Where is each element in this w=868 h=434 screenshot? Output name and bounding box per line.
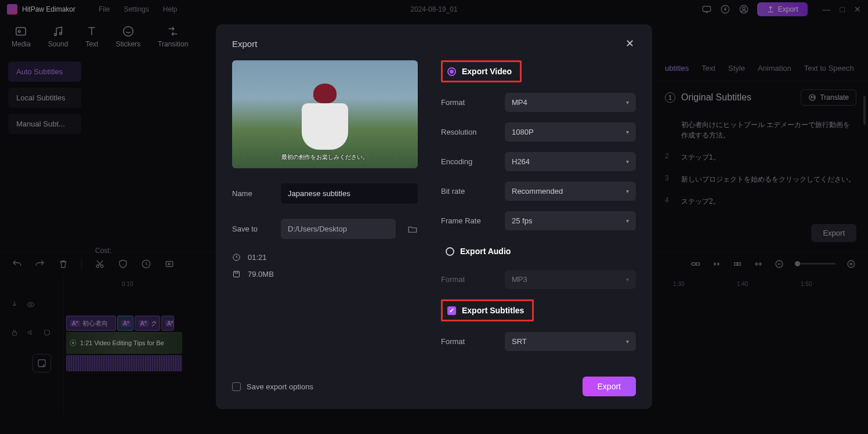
export-modal: Export ✕ 最初の創作をお楽しみください。 Name Save to — [216, 24, 652, 409]
preview-thumbnail: 最初の創作をお楽しみください。 — [232, 60, 418, 168]
audio-format-select: MP3▾ — [505, 270, 636, 289]
duration-value: 01:21 — [248, 253, 267, 262]
name-label: Name — [232, 189, 269, 198]
sub-format-select[interactable]: SRT▾ — [505, 332, 636, 351]
chevron-down-icon: ▾ — [626, 218, 629, 224]
chevron-down-icon: ▾ — [626, 188, 629, 194]
chevron-down-icon: ▾ — [626, 129, 629, 135]
modal-title: Export — [232, 39, 257, 49]
size-value: 79.0MB — [248, 270, 274, 279]
saveto-label: Save to — [232, 225, 269, 233]
chevron-down-icon: ▾ — [626, 99, 629, 106]
framerate-select[interactable]: 25 fps▾ — [505, 211, 636, 230]
export-audio-section[interactable]: Export Audio — [441, 243, 636, 259]
save-options-label: Save export options — [247, 382, 313, 391]
size-row: 79.0MB — [232, 270, 418, 279]
radio-checked-icon — [447, 67, 456, 76]
export-subtitles-section[interactable]: ✓ Export Subtitles — [441, 299, 534, 321]
format-label: Format — [441, 98, 493, 107]
export-subtitles-label: Export Subtitles — [462, 306, 524, 315]
checkbox-unchecked-icon — [232, 382, 241, 391]
audio-format-label: Format — [441, 275, 493, 284]
chevron-down-icon: ▾ — [626, 338, 629, 345]
folder-icon[interactable] — [407, 224, 418, 234]
duration-row: 01:21 — [232, 253, 418, 262]
bitrate-label: Bit rate — [441, 187, 493, 196]
saveto-input[interactable] — [281, 219, 396, 239]
name-input[interactable] — [281, 183, 418, 204]
resolution-select[interactable]: 1080P▾ — [505, 122, 636, 142]
resolution-label: Resolution — [441, 128, 493, 136]
modal-overlay: Export ✕ 最初の創作をお楽しみください。 Name Save to — [0, 0, 868, 434]
svg-rect-28 — [234, 272, 240, 277]
chevron-down-icon: ▾ — [626, 276, 629, 283]
modal-export-button[interactable]: Export — [583, 377, 636, 396]
radio-unchecked-icon — [446, 247, 454, 256]
encoding-label: Encoding — [441, 157, 493, 166]
disk-icon — [232, 270, 241, 279]
preview-caption: 最初の創作をお楽しみください。 — [281, 153, 368, 161]
sub-format-label: Format — [441, 337, 493, 346]
checkbox-checked-icon: ✓ — [447, 306, 456, 315]
export-audio-label: Export Audio — [460, 247, 511, 256]
export-video-label: Export Video — [462, 67, 512, 76]
format-select[interactable]: MP4▾ — [505, 93, 636, 112]
save-options-checkbox[interactable]: Save export options — [232, 382, 313, 391]
framerate-label: Frame Rate — [441, 216, 493, 225]
export-video-section[interactable]: Export Video — [441, 60, 522, 82]
chevron-down-icon: ▾ — [626, 158, 629, 165]
modal-close-button[interactable]: ✕ — [623, 37, 636, 50]
clock-icon — [232, 253, 241, 262]
bitrate-select[interactable]: Recommended▾ — [505, 182, 636, 201]
encoding-select[interactable]: H264▾ — [505, 152, 636, 171]
